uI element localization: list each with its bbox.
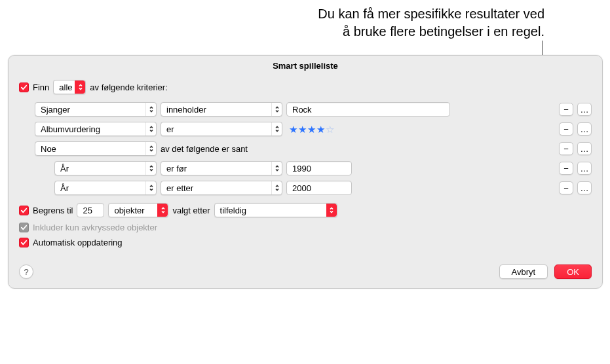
rule-field-value: Sjanger	[41, 105, 70, 115]
rule-row: År er etter − …	[54, 178, 592, 198]
rule-row: År er før − …	[54, 158, 592, 178]
rule-op-value: inneholder	[166, 105, 206, 115]
chevron-updown-icon	[145, 142, 156, 155]
more-rule-button[interactable]: …	[577, 122, 592, 136]
star-icon: ★	[307, 124, 316, 134]
remove-rule-button[interactable]: −	[559, 103, 573, 116]
dialog-title: Smart spilleliste	[9, 56, 602, 75]
more-rule-button[interactable]: …	[577, 142, 592, 155]
annotation-line-1: Du kan få mer spesifikke resultater ved	[246, 5, 544, 23]
limit-unit-value: objekter	[114, 206, 144, 215]
chevron-updown-icon	[271, 162, 282, 175]
ok-button[interactable]: OK	[554, 264, 592, 279]
annotation-callout: Du kan få mer spesifikke resultater ved …	[246, 5, 544, 41]
remove-rule-button[interactable]: −	[559, 142, 573, 155]
live-update-label: Automatisk oppdatering	[33, 238, 123, 247]
rule-field-value: År	[60, 164, 69, 173]
minus-icon: −	[563, 164, 569, 173]
chevron-updown-icon	[145, 122, 156, 136]
rule-group-value: Noe	[41, 144, 56, 154]
dialog-footer: ? Avbryt OK	[9, 263, 602, 288]
limit-unit-select[interactable]: objekter	[108, 203, 168, 217]
limit-value-input[interactable]	[77, 203, 104, 217]
match-label-prefix: Finn	[33, 82, 49, 92]
ok-button-label: OK	[567, 267, 579, 277]
cancel-button[interactable]: Avbryt	[499, 264, 548, 279]
chevron-updown-icon	[326, 204, 337, 217]
chevron-updown-icon	[271, 181, 282, 194]
match-checkbox[interactable]	[19, 82, 29, 92]
rule-op-value: er etter	[166, 183, 193, 193]
rule-field-value: Albumvurdering	[41, 124, 100, 134]
chevron-updown-icon	[145, 181, 156, 194]
rule-field-value: År	[60, 183, 69, 193]
chevron-updown-icon	[145, 103, 156, 116]
only-checked-checkbox	[19, 223, 29, 232]
rule-field-select[interactable]: Sjanger	[35, 102, 157, 117]
live-update-checkbox[interactable]	[19, 238, 29, 247]
remove-rule-button[interactable]: −	[559, 162, 573, 175]
rule-field-select[interactable]: År	[54, 181, 157, 195]
remove-rule-button[interactable]: −	[559, 122, 573, 136]
rule-op-select[interactable]: er	[161, 122, 282, 136]
more-icon: …	[581, 124, 589, 134]
chevron-updown-icon	[157, 204, 168, 217]
star-icon: ★	[298, 124, 307, 134]
rule-op-select[interactable]: er før	[161, 161, 282, 175]
chevron-updown-icon	[145, 162, 156, 175]
rule-row: Sjanger inneholder − …	[35, 100, 592, 119]
cancel-button-label: Avbryt	[512, 267, 536, 277]
more-rule-button[interactable]: …	[577, 181, 592, 194]
limit-row: Begrens til objekter valgt etter tilfeld…	[19, 203, 592, 217]
limit-label: Begrens til	[33, 206, 73, 215]
help-icon: ?	[24, 267, 28, 277]
limit-by-value: tilfeldig	[220, 206, 246, 215]
rule-op-value: er	[166, 124, 174, 134]
help-button[interactable]: ?	[19, 264, 33, 279]
limit-checkbox[interactable]	[19, 206, 29, 215]
minus-icon: −	[563, 183, 569, 193]
star-icon: ★	[316, 124, 325, 134]
limit-by-label: valgt etter	[172, 206, 210, 215]
only-checked-row: Inkluder kun avkryssede objekter	[19, 223, 592, 232]
rule-group-select[interactable]: Noe	[35, 141, 157, 156]
rating-stars[interactable]: ★ ★ ★ ★ ☆	[286, 124, 337, 134]
rule-group-op-text: av det følgende er sant	[161, 144, 248, 154]
rule-value-input[interactable]	[286, 161, 352, 175]
rule-op-value: er før	[166, 164, 187, 173]
more-icon: …	[581, 183, 589, 193]
minus-icon: −	[563, 144, 569, 154]
rule-op-select[interactable]: inneholder	[161, 102, 282, 117]
rule-value-input[interactable]	[286, 181, 352, 195]
rule-field-select[interactable]: Albumvurdering	[35, 122, 157, 136]
match-mode-select[interactable]: alle	[53, 80, 86, 94]
chevron-updown-icon	[271, 122, 282, 136]
limit-by-select[interactable]: tilfeldig	[214, 203, 337, 217]
more-rule-button[interactable]: …	[577, 103, 592, 116]
more-icon: …	[581, 105, 589, 115]
minus-icon: −	[563, 105, 569, 115]
more-icon: …	[581, 144, 589, 154]
match-label-suffix: av følgende kriterier:	[90, 82, 168, 92]
only-checked-label: Inkluder kun avkryssede objekter	[33, 223, 157, 232]
star-icon: ★	[289, 124, 297, 134]
match-mode-value: alle	[59, 82, 72, 92]
more-rule-button[interactable]: …	[577, 162, 592, 175]
minus-icon: −	[563, 124, 569, 134]
match-row: Finn alle av følgende kriterier:	[19, 80, 592, 94]
star-icon: ☆	[326, 124, 334, 134]
smart-playlist-dialog: Smart spilleliste Finn alle av følgende …	[8, 55, 603, 289]
rule-row: Albumvurdering er ★ ★ ★ ★ ☆ − …	[35, 119, 592, 139]
remove-rule-button[interactable]: −	[559, 181, 573, 194]
dialog-content: Finn alle av følgende kriterier: Sjanger…	[9, 75, 602, 263]
more-icon: …	[581, 164, 589, 173]
rules-container: Sjanger inneholder − … Albumvurdering	[19, 100, 592, 198]
rule-field-select[interactable]: År	[54, 161, 157, 175]
chevron-updown-icon	[75, 81, 85, 94]
rule-group-header: Noe av det følgende er sant − …	[35, 139, 592, 158]
live-update-row: Automatisk oppdatering	[19, 238, 592, 247]
annotation-line-2: å bruke flere betingelser i en regel.	[246, 23, 544, 41]
rule-op-select[interactable]: er etter	[161, 181, 282, 195]
chevron-updown-icon	[271, 103, 282, 116]
rule-value-input[interactable]	[286, 102, 450, 117]
